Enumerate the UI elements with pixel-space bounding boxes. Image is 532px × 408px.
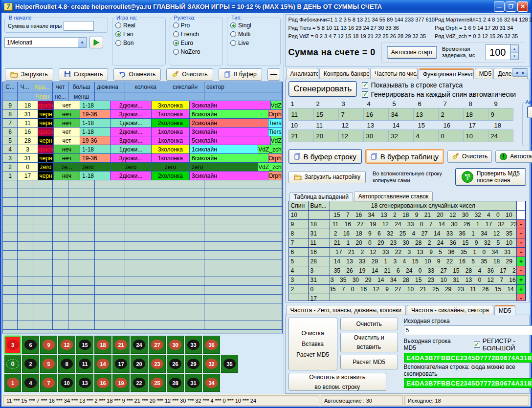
radio-option[interactable]: Singl bbox=[230, 22, 277, 29]
start-sum-input[interactable] bbox=[64, 21, 94, 31]
auto-generate-checkbox[interactable]: ✓ Генерировать на каждый спин автоматиче… bbox=[362, 90, 516, 98]
show-status-checkbox[interactable]: ✓ Показывать в строке статуса bbox=[362, 81, 516, 89]
table-cell: VdZ bbox=[271, 136, 282, 145]
table-cell bbox=[68, 321, 95, 329]
roulette-number[interactable]: 5 bbox=[40, 355, 57, 373]
tab[interactable]: Частота - Zero, шансы, дюжины, колонки bbox=[286, 305, 406, 315]
preset-combobox[interactable]: 1Melonati ▼ bbox=[4, 37, 87, 48]
chevron-down-icon[interactable]: ▼ bbox=[78, 38, 86, 47]
load-button[interactable]: Загрузить bbox=[5, 68, 53, 81]
roulette-number[interactable]: 32 bbox=[203, 355, 220, 373]
spinner-up-icon[interactable]: ▲ bbox=[510, 45, 518, 52]
roulette-number[interactable]: 6 bbox=[22, 336, 39, 354]
radio-option[interactable]: Fan bbox=[115, 31, 162, 38]
roulette-number[interactable]: 25 bbox=[149, 374, 166, 392]
roulette-number[interactable]: 21 bbox=[112, 336, 130, 354]
roulette-number[interactable]: 17 bbox=[112, 355, 130, 373]
minimize-button[interactable]: — bbox=[494, 1, 505, 12]
autobet-button[interactable]: ! Автоставка bbox=[495, 150, 532, 163]
check-md5-button[interactable]: МД5 Проверить МД5после спина bbox=[455, 168, 526, 186]
radio-option[interactable]: Pro bbox=[173, 22, 220, 29]
roulette-number[interactable]: 23 bbox=[149, 355, 166, 373]
roulette-number[interactable]: 31 bbox=[185, 374, 202, 392]
radio-option[interactable]: Bon bbox=[115, 40, 162, 46]
undo-button[interactable]: Отменить bbox=[113, 68, 161, 81]
roulette-number[interactable]: 4 bbox=[22, 374, 39, 392]
spinner-down-icon[interactable]: ▼ bbox=[510, 52, 518, 60]
roulette-zero[interactable]: 0 bbox=[4, 355, 21, 373]
scroll-left-icon[interactable]: ◄ bbox=[514, 70, 519, 75]
collapse-button[interactable]: — bbox=[267, 68, 280, 81]
roulette-number[interactable]: 20 bbox=[131, 355, 148, 373]
roulette-number[interactable]: 18 bbox=[94, 336, 111, 354]
uppercase-checkbox[interactable]: ✓ РЕГИСТР - БОЛЬШОЙ bbox=[474, 337, 532, 352]
new-shift-button[interactable]: Новый bbox=[527, 106, 532, 118]
copy-table-button[interactable]: В буфер таблицу bbox=[365, 149, 444, 164]
roulette-number[interactable]: 28 bbox=[167, 374, 184, 392]
tab[interactable]: MD5 bbox=[475, 68, 493, 79]
load-settings-button[interactable]: Загрузить настройку bbox=[288, 171, 366, 183]
roulette-number[interactable]: 14 bbox=[94, 355, 111, 373]
md5-calc-button[interactable]: Расчет MD5 bbox=[340, 355, 398, 369]
roulette-number[interactable]: 1 bbox=[4, 374, 21, 392]
clear-paste-calc-button[interactable]: ОчисткаВставкаРасчет MD5 bbox=[288, 318, 337, 370]
copy-to-buffer-button[interactable]: В буфер bbox=[219, 68, 262, 81]
tab[interactable]: Таблица выпадений bbox=[289, 192, 353, 201]
autospin-start-button[interactable]: Автоспин старт bbox=[387, 46, 437, 59]
roulette-number[interactable]: 10 bbox=[58, 374, 75, 392]
roulette-number[interactable]: 27 bbox=[149, 336, 166, 354]
roulette-number[interactable]: 16 bbox=[94, 374, 111, 392]
roulette-number[interactable]: 29 bbox=[185, 355, 202, 373]
roulette-number[interactable]: 33 bbox=[185, 336, 202, 354]
tab[interactable]: MD5 bbox=[494, 305, 515, 315]
table-cell bbox=[32, 268, 53, 277]
roulette-number-label: 1 bbox=[7, 378, 19, 388]
roulette-number[interactable]: 34 bbox=[203, 374, 220, 392]
tab-scroll-buttons[interactable]: ◄► bbox=[512, 68, 528, 77]
md5-clear-paste-button[interactable]: Очистить ивставить bbox=[340, 333, 398, 352]
clear-paste-aux-button[interactable]: Очистить и вставитьво вспом. строку bbox=[288, 373, 386, 391]
tab[interactable]: Анализатор bbox=[286, 68, 318, 79]
roulette-number[interactable]: 15 bbox=[76, 336, 93, 354]
close-button[interactable]: ✕ bbox=[517, 1, 528, 12]
roulette-number[interactable]: 3 bbox=[4, 336, 21, 354]
clear-button[interactable]: Очистить bbox=[166, 68, 213, 81]
md5-clear-button[interactable]: Очистить bbox=[340, 318, 398, 330]
roulette-number[interactable]: 12 bbox=[58, 336, 75, 354]
table-cell: неч bbox=[54, 110, 80, 118]
roulette-number[interactable]: 26 bbox=[167, 355, 184, 373]
save-button[interactable]: Сохранить bbox=[59, 68, 109, 81]
radio-option[interactable]: NoZero bbox=[173, 48, 220, 55]
roulette-number[interactable]: 8 bbox=[58, 355, 75, 373]
roulette-number[interactable]: 19 bbox=[112, 374, 130, 392]
apply-preset-button[interactable] bbox=[89, 37, 103, 48]
maximize-button[interactable]: ❒ bbox=[506, 1, 516, 12]
roulette-number[interactable]: 2 bbox=[22, 355, 39, 373]
radio-option[interactable]: Euro bbox=[173, 40, 220, 46]
radio-option[interactable]: French bbox=[173, 31, 220, 38]
tab[interactable]: Функционал PsevdoMS bbox=[419, 68, 474, 79]
tab[interactable]: Автопроставление ставок bbox=[354, 191, 433, 201]
source-string-input[interactable] bbox=[404, 325, 532, 335]
radio-option[interactable]: Multi bbox=[230, 31, 277, 38]
roulette-number[interactable]: 22 bbox=[131, 374, 148, 392]
scroll-right-icon[interactable]: ► bbox=[521, 70, 526, 75]
tab[interactable]: Контроль банкролла bbox=[319, 68, 369, 79]
tab[interactable]: Частота - сиклайны, сектора bbox=[407, 305, 493, 315]
roulette-number[interactable]: 9 bbox=[40, 336, 57, 354]
roulette-number[interactable]: 35 bbox=[221, 355, 238, 373]
radio-option[interactable]: Real bbox=[115, 22, 162, 29]
roulette-number[interactable]: 13 bbox=[76, 374, 93, 392]
table-row-empty bbox=[3, 224, 282, 233]
roulette-number[interactable]: 7 bbox=[40, 374, 57, 392]
generate-button[interactable]: Сгенерировать bbox=[288, 81, 357, 97]
roulette-number[interactable]: 11 bbox=[76, 355, 93, 373]
tab[interactable]: Частоты по числам bbox=[370, 68, 418, 79]
copy-row-button[interactable]: В буфер строку bbox=[288, 149, 362, 164]
roulette-number[interactable]: 30 bbox=[167, 336, 184, 354]
roulette-number[interactable]: 36 bbox=[203, 336, 220, 354]
clear-grid-button[interactable]: Очистить bbox=[447, 150, 492, 163]
radio-option[interactable]: Live bbox=[230, 40, 277, 46]
roulette-number[interactable]: 24 bbox=[131, 336, 148, 354]
sign-cell: - bbox=[517, 229, 526, 238]
